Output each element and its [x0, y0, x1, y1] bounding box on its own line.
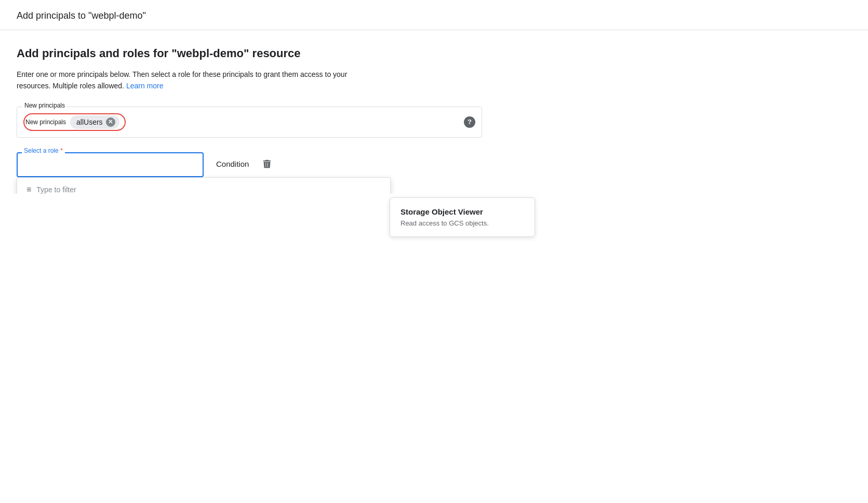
filter-input[interactable]: [36, 186, 381, 194]
role-select-label: Select a role *: [22, 147, 65, 154]
principals-field: New principals New principals allUsers ✕…: [17, 107, 482, 138]
page-header-title: Add principals to "webpl-demo": [17, 10, 146, 21]
description: Enter one or more principals below. Then…: [17, 69, 370, 92]
principals-label: New principals: [22, 102, 67, 109]
allUsers-chip[interactable]: allUsers ✕: [70, 115, 119, 129]
help-icon[interactable]: ?: [464, 116, 475, 128]
condition-label: Condition: [216, 152, 249, 168]
delete-button[interactable]: [261, 152, 273, 173]
description-text: Enter one or more principals below. Then…: [17, 70, 347, 90]
role-row: Select a role * ≡ Cloud DeployCloud Mana…: [17, 152, 482, 177]
learn-more-link[interactable]: Learn more: [126, 82, 164, 90]
filter-icon: ≡: [26, 185, 31, 194]
principals-highlight-oval: New principals allUsers ✕: [23, 113, 126, 131]
required-star: *: [60, 147, 63, 154]
role-dropdown: ≡ Cloud DeployCloud Managed IdentitiesCl…: [17, 177, 391, 194]
chip-text: allUsers: [76, 118, 103, 126]
filter-row: ≡: [17, 178, 390, 194]
main-content: Add principals and roles for "webpl-demo…: [0, 30, 499, 194]
chip-remove-button[interactable]: ✕: [106, 117, 115, 127]
role-select-wrapper: Select a role * ≡ Cloud DeployCloud Mana…: [17, 152, 204, 177]
section-title: Add principals and roles for "webpl-demo…: [17, 47, 482, 60]
role-select-box[interactable]: [17, 152, 204, 177]
principals-label-inline: New principals: [25, 118, 66, 126]
principals-field-inner: New principals allUsers ✕: [23, 113, 457, 131]
page-header: Add principals to "webpl-demo": [0, 0, 868, 30]
